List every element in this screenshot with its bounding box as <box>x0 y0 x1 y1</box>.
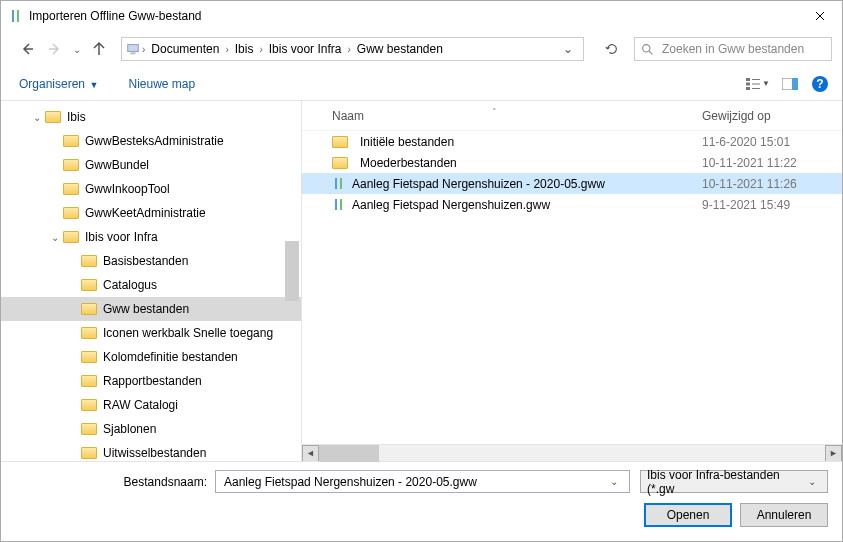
list-item[interactable]: Moederbestanden10-11-2021 11:22 <box>302 152 842 173</box>
chevron-right-icon: › <box>142 44 145 55</box>
app-icon <box>9 9 23 23</box>
folder-icon <box>332 157 348 169</box>
folder-icon <box>63 231 79 243</box>
svg-line-3 <box>649 51 652 54</box>
back-button[interactable] <box>15 37 39 61</box>
tree-item-label: Basisbestanden <box>103 254 188 268</box>
file-list-pane: Naam ˄ Gewijzigd op Initiële bestanden11… <box>302 101 842 461</box>
tree-item[interactable]: GwwKeetAdministratie <box>1 201 301 225</box>
tree-item-label: Uitwisselbestanden <box>103 446 206 460</box>
expander-icon[interactable]: ⌄ <box>49 232 61 243</box>
folder-icon <box>332 136 348 148</box>
scroll-track[interactable] <box>319 445 825 462</box>
tree-item[interactable]: Basisbestanden <box>1 249 301 273</box>
gww-file-icon <box>332 198 346 212</box>
tree-item[interactable]: Gww bestanden <box>1 297 301 321</box>
file-type-filter[interactable]: Ibis voor Infra-bestanden (*.gw ⌄ <box>640 470 828 493</box>
folder-icon <box>81 423 97 435</box>
gww-file-icon <box>332 177 346 191</box>
chevron-down-icon[interactable]: ⌄ <box>605 476 623 487</box>
open-button[interactable]: Openen <box>644 503 732 527</box>
list-item[interactable]: Aanleg Fietspad Nergenshuizen - 2020-05.… <box>302 173 842 194</box>
up-button[interactable] <box>87 37 111 61</box>
breadcrumb-dropdown[interactable]: ⌄ <box>557 42 579 56</box>
refresh-button[interactable] <box>598 37 626 61</box>
tree-item-label: Kolomdefinitie bestanden <box>103 350 238 364</box>
file-list[interactable]: Initiële bestanden11-6-2020 15:01Moederb… <box>302 131 842 444</box>
tree-item[interactable]: Catalogus <box>1 273 301 297</box>
folder-icon <box>81 327 97 339</box>
tree-item[interactable]: ⌄Ibis <box>1 105 301 129</box>
body: ⌄IbisGwwBesteksAdministratieGwwBundelGww… <box>1 101 842 461</box>
search-input[interactable] <box>660 41 825 57</box>
tree-item-label: GwwInkoopTool <box>85 182 170 196</box>
file-date: 10-11-2021 11:22 <box>702 156 842 170</box>
search-box[interactable] <box>634 37 832 61</box>
column-name-label: Naam <box>332 109 364 123</box>
tree-item[interactable]: Iconen werkbalk Snelle toegang <box>1 321 301 345</box>
breadcrumb-part[interactable]: Ibis voor Infra <box>265 40 346 58</box>
breadcrumb-part[interactable]: Gww bestanden <box>353 40 447 58</box>
list-item[interactable]: Initiële bestanden11-6-2020 15:01 <box>302 131 842 152</box>
file-date: 9-11-2021 15:49 <box>702 198 842 212</box>
svg-rect-4 <box>746 78 750 81</box>
tree-item[interactable]: Rapportbestanden <box>1 369 301 393</box>
tree-item[interactable]: Kolomdefinitie bestanden <box>1 345 301 369</box>
svg-rect-9 <box>752 88 760 89</box>
tree-item-label: Gww bestanden <box>103 302 189 316</box>
view-options-button[interactable]: ▼ <box>744 73 772 95</box>
help-button[interactable]: ? <box>812 76 828 92</box>
breadcrumb[interactable]: › Documenten › Ibis › Ibis voor Infra › … <box>121 37 584 61</box>
scrollbar-thumb[interactable] <box>285 241 299 301</box>
preview-pane-button[interactable] <box>776 73 804 95</box>
tree-item[interactable]: ⌄Ibis voor Infra <box>1 225 301 249</box>
list-header: Naam ˄ Gewijzigd op <box>302 101 842 131</box>
scroll-left-button[interactable]: ◄ <box>302 445 319 462</box>
file-name: Aanleg Fietspad Nergenshuizen.gww <box>352 198 550 212</box>
folder-icon <box>81 279 97 291</box>
footer: Bestandsnaam: ⌄ Ibis voor Infra-bestande… <box>1 461 842 541</box>
scroll-right-button[interactable]: ► <box>825 445 842 462</box>
forward-button[interactable] <box>43 37 67 61</box>
column-modified[interactable]: Gewijzigd op <box>702 109 842 123</box>
tree-item[interactable]: Sjablonen <box>1 417 301 441</box>
organize-button[interactable]: Organiseren ▼ <box>15 73 102 95</box>
filename-label: Bestandsnaam: <box>15 475 215 489</box>
tree-item[interactable]: Uitwisselbestanden <box>1 441 301 461</box>
column-name[interactable]: Naam ˄ <box>332 109 702 123</box>
tree-item-label: Rapportbestanden <box>103 374 202 388</box>
arrow-up-icon <box>91 41 107 57</box>
chevron-down-icon[interactable]: ⌄ <box>804 476 821 487</box>
scrollbar-thumb[interactable] <box>319 445 379 462</box>
list-item[interactable]: Aanleg Fietspad Nergenshuizen.gww9-11-20… <box>302 194 842 215</box>
cancel-button[interactable]: Annuleren <box>740 503 828 527</box>
new-folder-button[interactable]: Nieuwe map <box>124 73 199 95</box>
pc-icon <box>126 42 140 56</box>
arrow-right-icon <box>47 41 63 57</box>
folder-icon <box>45 111 61 123</box>
file-date: 11-6-2020 15:01 <box>702 135 842 149</box>
filter-label: Ibis voor Infra-bestanden (*.gw <box>647 468 804 496</box>
breadcrumb-part[interactable]: Ibis <box>231 40 258 58</box>
file-date: 10-11-2021 11:26 <box>702 177 842 191</box>
horizontal-scrollbar[interactable]: ◄ ► <box>302 444 842 461</box>
filename-input[interactable] <box>222 474 605 490</box>
folder-icon <box>63 183 79 195</box>
filename-combo[interactable]: ⌄ <box>215 470 630 493</box>
folder-tree[interactable]: ⌄IbisGwwBesteksAdministratieGwwBundelGww… <box>1 101 301 461</box>
tree-item-label: Catalogus <box>103 278 157 292</box>
svg-rect-1 <box>130 53 135 55</box>
tree-item[interactable]: GwwBesteksAdministratie <box>1 129 301 153</box>
tree-item[interactable]: GwwInkoopTool <box>1 177 301 201</box>
close-button[interactable] <box>797 1 842 31</box>
recent-dropdown[interactable]: ⌄ <box>73 44 81 55</box>
expander-icon[interactable]: ⌄ <box>31 112 43 123</box>
tree-item[interactable]: RAW Catalogi <box>1 393 301 417</box>
window-title: Importeren Offline Gww-bestand <box>29 9 797 23</box>
chevron-right-icon: › <box>347 44 350 55</box>
breadcrumb-part[interactable]: Documenten <box>147 40 223 58</box>
tree-item[interactable]: GwwBundel <box>1 153 301 177</box>
svg-point-2 <box>643 44 650 51</box>
folder-icon <box>81 255 97 267</box>
tree-item-label: Iconen werkbalk Snelle toegang <box>103 326 273 340</box>
